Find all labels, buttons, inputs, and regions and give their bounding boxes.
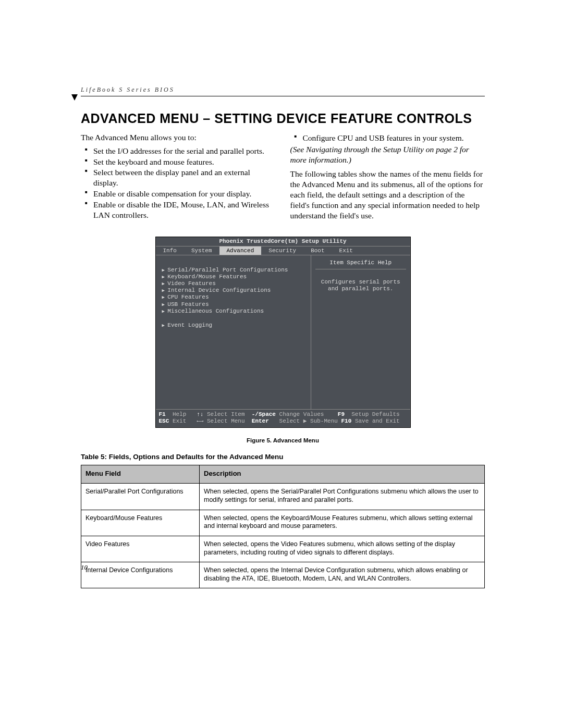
list-item: Enable or disable compensation for your … [88,189,276,199]
bios-key-label: Save and Exit [355,418,400,424]
bios-key-label: Select Item [207,411,245,417]
bios-key-label: Setup Defaults [351,411,399,417]
bios-key-label: Select Menu [207,418,245,424]
bios-left-pane: Serial/Parallel Port Configurations Keyb… [156,255,312,409]
list-item: Set the keyboard and mouse features. [88,157,276,167]
left-column: The Advanced Menu allows you to: Set the… [81,132,276,221]
table-cell: When selected, opens the Keyboard/Mouse … [200,510,485,536]
table-cell: Internal Device Configurations [81,562,200,588]
table-cell: When selected, opens the Serial/Parallel… [200,484,485,510]
bios-help-title: Item Specific Help [315,260,406,269]
bios-tab-system[interactable]: System [184,246,219,255]
bios-key: -/Space [252,411,276,417]
table-row: Video Features When selected, opens the … [81,536,485,562]
running-head: LifeBook S Series BIOS [81,86,485,94]
left-bullet-list: Set the I/O addresses for the serial and… [81,146,276,220]
bios-key-label: Exit [173,418,186,424]
table-cell: When selected, opens the Internal Device… [200,562,485,588]
right-column: Configure CPU and USB features in your s… [290,132,485,221]
list-item: Enable or disable the IDE, Mouse, LAN, a… [88,200,276,220]
bios-title-bar: Phoenix TrustedCore(tm) Setup Utility [156,237,410,246]
table-cell: Video Features [81,536,200,562]
bios-tab-boot[interactable]: Boot [303,246,332,255]
bios-figure: Phoenix TrustedCore(tm) Setup Utility In… [155,237,411,428]
body-paragraph: The following tables show the names of t… [290,169,485,220]
bios-menubar: Info System Advanced Security Boot Exit [156,246,410,255]
bios-tab-security[interactable]: Security [261,246,303,255]
bios-item[interactable]: Miscellaneous Configurations [162,308,307,315]
bios-key: F1 [159,411,166,417]
bios-key-label: Help [173,411,186,417]
bios-key: ←→ [197,418,203,424]
bios-tab-info[interactable]: Info [156,246,184,255]
bios-key: F9 [338,411,345,417]
bios-item[interactable]: Video Features [162,280,307,287]
table-cell: Serial/Parallel Port Configurations [81,484,200,510]
bios-footer: F1 Help ↑↓ Select Item -/Space Change Va… [156,409,410,428]
bios-item[interactable]: Keyboard/Mouse Features [162,274,307,280]
bios-help-pane: Item Specific Help Configures serial por… [311,255,410,409]
figure-caption: Figure 5. Advanced Menu [81,437,485,443]
bios-key: Enter [252,418,269,424]
fields-table: Menu Field Description Serial/Parallel P… [81,465,485,588]
page-number: 10 [81,563,88,572]
right-bullet-list: Configure CPU and USB features in your s… [290,133,485,143]
bios-tab-exit[interactable]: Exit [332,246,360,255]
section-heading: ADVANCED MENU – SETTING DEVICE FEATURE C… [81,111,485,126]
bios-help-text: Configures serial ports and parallel por… [315,279,406,293]
bios-key: F10 [341,418,351,424]
list-item: Set the I/O addresses for the serial and… [88,146,276,156]
cross-ref: (See Navigating through the Setup Utilit… [290,144,485,165]
table-row: Keyboard/Mouse Features When selected, o… [81,510,485,536]
table-header: Description [200,465,485,484]
rule-marker-icon [71,94,78,101]
table-cell: When selected, opens the Video Features … [200,536,485,562]
list-item: Configure CPU and USB features in your s… [298,133,485,143]
bios-key-label: Change Values [279,411,324,417]
bios-key: ESC [159,418,169,424]
list-item: Select between the display panel and an … [88,167,276,188]
table-caption: Table 5: Fields, Options and Defaults fo… [81,453,485,461]
bios-item[interactable]: CPU Features [162,294,307,301]
bios-item[interactable]: Event Logging [162,322,307,329]
table-row: Serial/Parallel Port Configurations When… [81,484,485,510]
intro-text: The Advanced Menu allows you to: [81,132,276,143]
bios-key: ↑↓ [197,411,203,417]
bios-item[interactable]: Serial/Parallel Port Configurations [162,267,307,274]
table-row: Internal Device Configurations When sele… [81,562,485,588]
bios-item[interactable]: Internal Device Configurations [162,287,307,294]
table-header: Menu Field [81,465,200,484]
bios-key-label: Select ▶ Sub-Menu [279,418,338,424]
bios-item[interactable]: USB Features [162,301,307,308]
intro-columns: The Advanced Menu allows you to: Set the… [81,132,485,221]
bios-tab-advanced[interactable]: Advanced [219,246,262,255]
table-cell: Keyboard/Mouse Features [81,510,200,536]
header-rule [81,96,485,96]
